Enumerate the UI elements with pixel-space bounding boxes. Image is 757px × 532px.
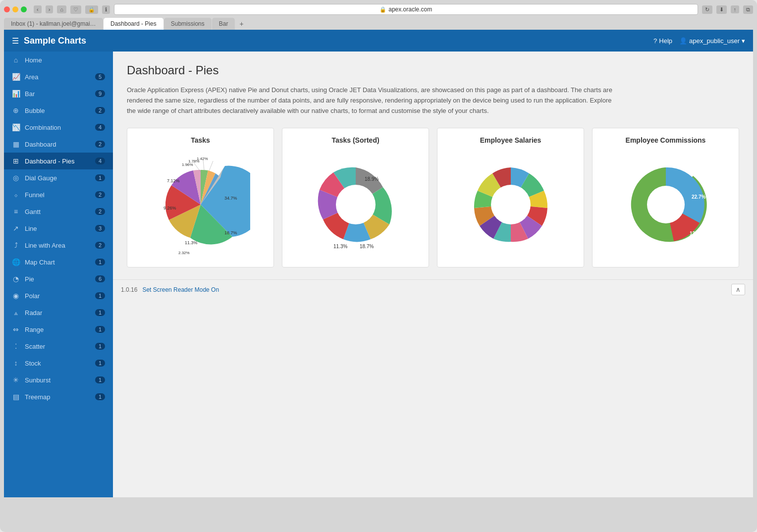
svg-text:1.42%: 1.42%: [197, 157, 208, 161]
sidebar-label-area: Area: [25, 73, 38, 81]
new-tab-button[interactable]: +: [235, 18, 247, 30]
svg-line-11: [209, 161, 213, 171]
sidebar-badge-stock: 1: [95, 360, 105, 367]
sidebar-item-stock[interactable]: ↕ Stock 1: [4, 355, 113, 372]
sidebar-item-polar[interactable]: ◉ Polar 1: [4, 287, 113, 304]
footer-left: 1.0.16 Set Screen Reader Mode On: [121, 286, 219, 293]
chart-tasks-container: 34.7% 18.7% 11.3% 9.26% 7.12% 1.96% 1.78…: [135, 150, 266, 259]
sidebar-badge-dashboard-pies: 4: [95, 158, 105, 164]
tasks-pie-svg: 34.7% 18.7% 11.3% 9.26% 7.12% 1.96% 1.78…: [151, 155, 250, 254]
funnel-icon: ⬦: [12, 191, 20, 199]
user-menu[interactable]: 👤 apex_public_user ▾: [679, 37, 745, 45]
sidebar-item-bar[interactable]: 📊 Bar 9: [4, 85, 113, 102]
main-content: Dashboard - Pies Oracle Application Expr…: [113, 52, 753, 497]
sidebar-item-line-with-area[interactable]: ⤴ Line with Area 2: [4, 237, 113, 254]
home-icon: ⌂: [12, 56, 20, 64]
sidebar-label-treemap: Treemap: [25, 393, 51, 401]
address-bar[interactable]: 🔒 apex.oracle.com: [114, 4, 698, 15]
chart-tasks-sorted-container: 18.9% 18.7% 11.3%: [290, 150, 421, 259]
sidebar-badge-bar: 9: [95, 90, 105, 97]
sidebar-label-radar: Radar: [25, 309, 42, 317]
bookmark-button[interactable]: ♡: [70, 5, 81, 14]
svg-point-12: [336, 185, 376, 224]
chart-employee-commissions-container: 22.7% 13.6%: [600, 150, 731, 259]
sidebar-item-dashboard[interactable]: ▦ Dashboard 2: [4, 136, 113, 153]
sidebar-item-sunburst[interactable]: ✳ Sunburst 1: [4, 372, 113, 388]
sidebar-badge-funnel: 2: [95, 191, 105, 198]
sidebar-badge-map-chart: 1: [95, 259, 105, 266]
svg-text:7.12%: 7.12%: [167, 178, 180, 183]
home-nav-button[interactable]: ⌂: [57, 5, 66, 13]
traffic-lights: [4, 6, 27, 12]
sidebar-item-radar[interactable]: ⟁ Radar 1: [4, 304, 113, 321]
sidebar-item-dial-gauge[interactable]: ◎ Dial Gauge 1: [4, 169, 113, 186]
sidebar-item-funnel[interactable]: ⬦ Funnel 2: [4, 186, 113, 203]
app-header-right: ? Help 👤 apex_public_user ▾: [653, 37, 745, 45]
minimize-button[interactable]: [12, 6, 18, 12]
sidebar-label-combination: Combination: [25, 124, 61, 131]
back-button[interactable]: ‹: [34, 5, 42, 13]
charts-grid: Tasks: [127, 128, 739, 267]
download-button[interactable]: ⬇: [716, 5, 727, 14]
hamburger-icon[interactable]: ☰: [12, 36, 19, 46]
sidebar-badge-polar: 1: [95, 292, 105, 299]
close-button[interactable]: [4, 6, 10, 12]
svg-text:13.6%: 13.6%: [690, 231, 703, 236]
sidebar-item-gantt[interactable]: ≡ Gantt 2: [4, 203, 113, 220]
chart-employee-commissions-title: Employee Commissions: [600, 136, 731, 144]
app-body: ⌂ Home 📈 Area 5 📊 Bar 9: [4, 52, 753, 497]
svg-text:18.7%: 18.7%: [360, 244, 374, 249]
share-button[interactable]: ↑: [731, 5, 740, 13]
sidebar-item-range[interactable]: ⇔ Range 1: [4, 321, 113, 338]
pie-chart-icon: ◔: [12, 275, 20, 283]
user-icon: 👤: [679, 37, 687, 45]
help-link[interactable]: ? Help: [653, 37, 672, 45]
forward-button[interactable]: ›: [46, 5, 54, 13]
sidebar-label-pie: Pie: [25, 275, 34, 283]
tab-submissions[interactable]: Submissions: [164, 18, 212, 30]
chart-tasks: Tasks: [127, 128, 274, 267]
reload-button[interactable]: ↻: [702, 5, 712, 14]
line-chart-icon: ↗: [12, 224, 20, 232]
chart-employee-commissions: Employee Commissions: [592, 128, 739, 267]
employee-salaries-svg: [461, 155, 560, 254]
sidebar-item-combination[interactable]: 📉 Combination 4: [4, 119, 113, 136]
sidebar-badge-line: 3: [95, 225, 105, 232]
svg-text:2.32%: 2.32%: [178, 251, 190, 254]
sidebar-item-treemap[interactable]: ▤ Treemap 1: [4, 388, 113, 405]
lock-button[interactable]: 🔒: [85, 5, 98, 14]
sidebar-item-dashboard-pies[interactable]: ⊞ Dashboard - Pies 4: [4, 153, 113, 169]
chart-tasks-title: Tasks: [135, 136, 266, 144]
chart-tasks-sorted-title: Tasks (Sorted): [290, 136, 421, 144]
new-tab-icon-btn[interactable]: ⧉: [743, 5, 753, 14]
browser-toolbar: ‹ › ⌂ ♡ 🔒 ℹ 🔒 apex.oracle.com ↻ ⬇ ↑ ⧉: [4, 4, 753, 15]
sidebar-item-area[interactable]: 📈 Area 5: [4, 68, 113, 85]
sidebar-label-range: Range: [25, 326, 44, 333]
sidebar-badge-pie: 6: [95, 275, 105, 282]
svg-text:22.7%: 22.7%: [692, 194, 705, 200]
browser-window: ‹ › ⌂ ♡ 🔒 ℹ 🔒 apex.oracle.com ↻ ⬇ ↑ ⧉ In…: [0, 0, 757, 532]
tab-gmail[interactable]: Inbox (1) - kallman.joel@gmail.com - Gma…: [4, 18, 103, 30]
tab-dashboard-pies[interactable]: Dashboard - Pies: [104, 18, 163, 30]
sidebar-item-home[interactable]: ⌂ Home: [4, 52, 113, 68]
sidebar-label-dial-gauge: Dial Gauge: [25, 174, 57, 182]
user-label: apex_public_user: [689, 37, 740, 45]
sidebar-item-scatter[interactable]: ⁚ Scatter 1: [4, 338, 113, 355]
sidebar-item-line[interactable]: ↗ Line 3: [4, 220, 113, 237]
scroll-top-button[interactable]: ∧: [731, 284, 745, 295]
sidebar-label-line-with-area: Line with Area: [25, 242, 65, 249]
tab-bar[interactable]: Bar: [212, 18, 235, 30]
app-header-left: ☰ Sample Charts: [12, 36, 86, 46]
info-button[interactable]: ℹ: [102, 5, 110, 14]
svg-text:11.3%: 11.3%: [333, 244, 347, 249]
sidebar-label-stock: Stock: [25, 360, 41, 367]
sidebar-label-dashboard-pies: Dashboard - Pies: [25, 158, 74, 165]
sidebar-item-pie[interactable]: ◔ Pie 6: [4, 270, 113, 287]
combination-chart-icon: 📉: [12, 123, 20, 131]
sidebar-item-map-chart[interactable]: 🌐 Map Chart 1: [4, 254, 113, 270]
svg-line-10: [203, 160, 204, 170]
sidebar-item-bubble[interactable]: ⊕ Bubble 2: [4, 102, 113, 119]
screen-reader-link[interactable]: Set Screen Reader Mode On: [142, 286, 219, 293]
maximize-button[interactable]: [21, 6, 27, 12]
chart-employee-salaries-title: Employee Salaries: [445, 136, 576, 144]
